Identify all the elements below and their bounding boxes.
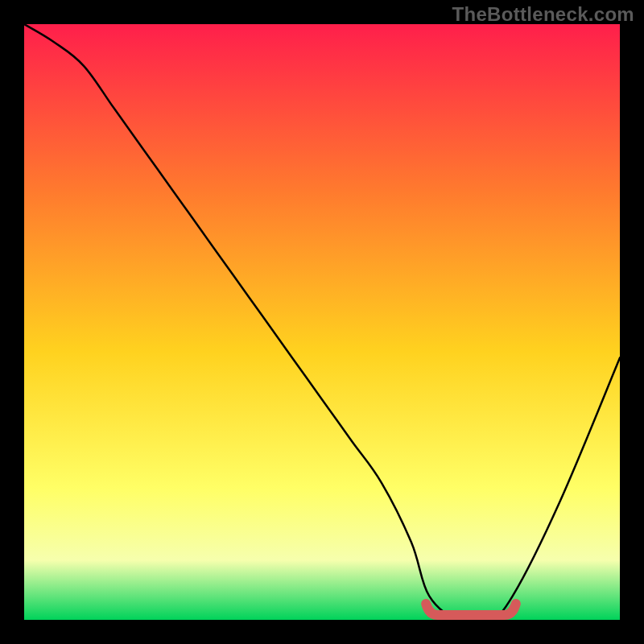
chart-area [24, 24, 620, 620]
watermark-text: TheBottleneck.com [452, 3, 634, 26]
svg-rect-0 [24, 24, 620, 620]
gradient-background [24, 24, 620, 620]
